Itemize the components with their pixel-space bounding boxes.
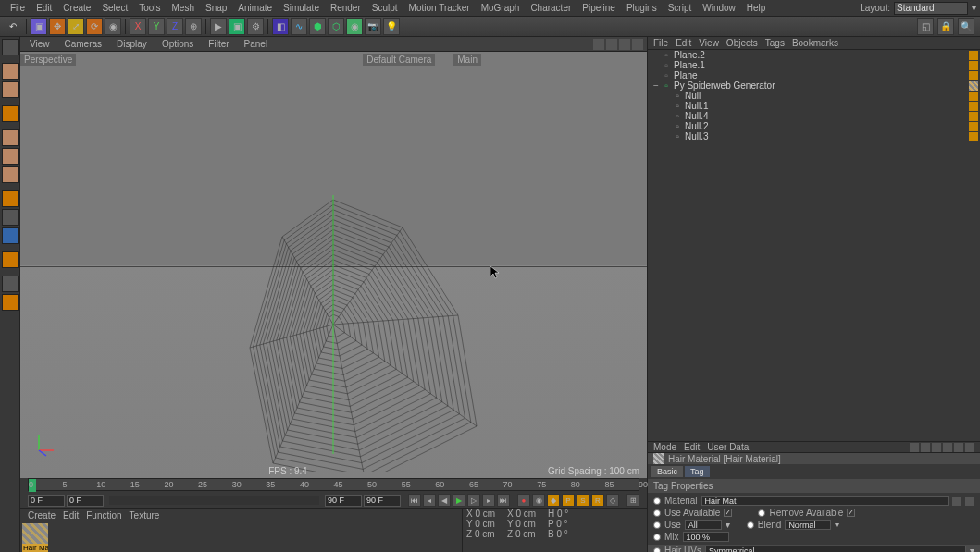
menu-edit[interactable]: Edit [31,0,57,16]
obj-menu-file[interactable]: File [653,38,668,48]
attr-menu-user-data[interactable]: User Data [707,442,749,452]
goto-start-button[interactable]: ⏮ [408,494,421,507]
obj-menu-view[interactable]: View [699,38,719,48]
keyframe-sel-button[interactable]: ◆ [547,494,560,507]
content-browser-icon[interactable]: ◱ [917,18,934,35]
polygon-mode-button[interactable] [2,166,19,183]
mat-menu-create[interactable]: Create [28,510,56,521]
y-axis-button[interactable]: Y [148,18,165,35]
menu-help[interactable]: Help [741,0,772,16]
menu-script[interactable]: Script [663,0,698,16]
move-button[interactable]: ✥ [49,18,66,35]
live-select-button[interactable]: ▣ [31,18,47,35]
tag-icon[interactable] [969,71,978,80]
generator-button[interactable]: ⬢ [309,18,326,35]
vp-menu-filter[interactable]: Filter [205,39,232,49]
visibility-toggle[interactable] [950,132,958,140]
goto-end-button[interactable]: ⏭ [497,494,510,507]
visibility-toggle[interactable] [950,61,958,68]
mat-menu-edit[interactable]: Edit [63,510,79,521]
viewport[interactable]: Perspective Default Camera Main [20,52,647,478]
menu-simulate[interactable]: Simulate [278,0,325,16]
snap-toggle-button[interactable] [2,209,19,226]
visibility-toggle[interactable] [950,92,958,99]
viewport-solo-button[interactable] [2,276,19,292]
recent-tool-button[interactable]: ◉ [105,18,121,35]
material-clear-icon[interactable] [965,497,974,506]
tree-row[interactable]: ▫ Null.3 [648,131,980,141]
tree-row[interactable]: ▫ Null.1 [648,101,980,111]
scale-button[interactable]: ⤢ [68,18,84,35]
make-editable-button[interactable] [2,39,19,55]
lock-icon[interactable]: 🔒 [937,18,954,35]
tag-icon[interactable] [969,122,978,131]
axis-extension-button[interactable] [2,294,19,311]
tree-row[interactable]: ▫ Null [648,91,980,101]
pos-x[interactable]: X 0 cm [466,509,503,519]
coord-sys-button[interactable]: ⊕ [185,18,202,35]
vp-layout-icon[interactable] [632,39,643,50]
record-button[interactable]: ● [517,494,530,507]
next-frame-button[interactable]: ▷ [467,494,480,507]
menu-animate[interactable]: Animate [232,0,278,16]
next-key-button[interactable]: ▸ [482,494,495,507]
mat-menu-texture[interactable]: Texture [130,510,160,521]
tab-basic[interactable]: Basic [651,466,683,477]
camera-button[interactable]: 📷 [365,18,381,35]
menu-snap[interactable]: Snap [200,0,232,16]
size-z[interactable]: Z 0 cm [507,529,544,539]
vp-pan-icon[interactable] [593,39,604,50]
rotate-button[interactable]: ⟳ [86,18,103,35]
tree-row[interactable]: ▫ Null.2 [648,121,980,131]
hair-uvs-select[interactable]: Symmetrical [705,546,966,552]
material-radio[interactable] [653,497,661,505]
vp-menu-options[interactable]: Options [158,39,197,49]
render-toggle[interactable] [960,102,967,109]
obj-menu-edit[interactable]: Edit [676,38,691,48]
vp-zoom-icon[interactable] [606,39,617,50]
render-view-button[interactable]: ▶ [210,18,227,35]
pos-y[interactable]: Y 0 cm [466,519,503,529]
mix-radio[interactable] [653,534,661,541]
menu-motion-tracker[interactable]: Motion Tracker [403,0,476,16]
vp-menu-display[interactable]: Display [113,39,151,49]
render-pv-button[interactable]: ▣ [229,18,245,35]
tree-row[interactable]: ▫ Null.4 [648,111,980,121]
menu-mograph[interactable]: MoGraph [476,0,526,16]
pos-z[interactable]: Z 0 cm [466,529,503,539]
material-link-icon[interactable] [952,497,961,506]
object-tree[interactable]: − ▫ Plane.2 ▫ Plane.1 ▫ Plane − ▫ Py Spi… [648,50,980,441]
obj-menu-objects[interactable]: Objects [726,38,758,48]
tree-expand-icon[interactable]: − [651,80,661,91]
menu-render[interactable]: Render [325,0,366,16]
layout-select[interactable]: Standard [894,2,968,15]
tag-icon[interactable] [969,61,978,70]
visibility-toggle[interactable] [950,81,958,89]
menu-plugins[interactable]: Plugins [621,0,663,16]
render-toggle[interactable] [960,92,967,99]
visibility-toggle[interactable] [950,102,958,109]
attr-menu-mode[interactable]: Mode [653,442,676,452]
visibility-toggle[interactable] [950,51,958,58]
visibility-toggle[interactable] [950,71,958,79]
point-mode-button[interactable] [2,129,19,146]
render-toggle[interactable] [960,71,967,79]
play-button[interactable]: ▶ [453,494,465,507]
key-param-button[interactable]: ◇ [606,494,619,507]
render-toggle[interactable] [960,122,967,129]
render-toggle[interactable] [960,81,967,89]
tree-row[interactable]: ▫ Plane.1 [648,60,980,70]
attr-home-icon[interactable] [943,443,952,452]
blend-arrow-icon[interactable]: ▾ [835,520,839,530]
attr-lock-icon[interactable] [954,443,963,452]
tree-row[interactable]: − ▫ Plane.2 [648,50,980,60]
mat-menu-function[interactable]: Function [86,510,121,521]
tag-icon[interactable] [969,81,978,91]
prev-frame-button[interactable]: ◀ [438,494,451,507]
menu-character[interactable]: Character [525,0,577,16]
undo-button[interactable]: ↶ [4,19,22,34]
locked-workplane-button[interactable] [2,251,19,268]
x-axis-button[interactable]: X [130,18,146,35]
tab-tag[interactable]: Tag [685,466,710,477]
key-scale-button[interactable]: S [577,494,589,507]
